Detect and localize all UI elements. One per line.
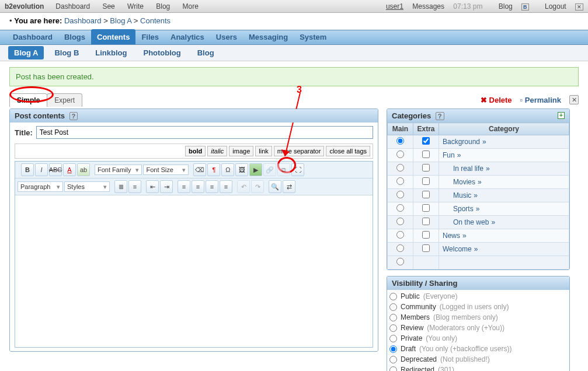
cat-main-3[interactable] [396, 177, 404, 185]
qt-bold[interactable]: bold [185, 146, 206, 156]
vis-radio-2[interactable] [389, 314, 397, 321]
top-blog[interactable]: Blog [156, 2, 170, 10]
crumb-dashboard[interactable]: Dashboard [64, 16, 102, 25]
cat-extra-0[interactable] [422, 137, 430, 145]
btn-bold[interactable]: B [21, 163, 34, 176]
cat-main-4[interactable] [396, 191, 404, 198]
subtab-bloga[interactable]: Blog A [8, 46, 44, 60]
cat-main-7[interactable] [396, 231, 404, 239]
viewtab-simple[interactable]: Simple [9, 93, 47, 107]
vis-radio-4[interactable] [389, 335, 397, 342]
logout-link[interactable]: Logout ✕ [538, 2, 583, 10]
cat-extra-7[interactable] [422, 231, 430, 239]
cat-extra-3[interactable] [422, 177, 430, 185]
blog-link[interactable]: Blog B [492, 2, 529, 10]
btn-removeformat[interactable]: ⌫ [193, 163, 206, 176]
btn-ul[interactable]: ≣ [114, 180, 127, 193]
viewtab-expert[interactable]: Expert [47, 93, 82, 107]
crumb-bloga[interactable]: Blog A [110, 16, 131, 25]
btn-indent[interactable]: ⇥ [160, 180, 173, 193]
qt-italic[interactable]: italic [207, 146, 227, 156]
cat-link-0[interactable]: Background [443, 138, 480, 146]
tab-files[interactable]: Files [135, 29, 165, 44]
top-write[interactable]: Write [127, 2, 144, 10]
vis-radio-5[interactable] [389, 345, 397, 353]
tab-analytics[interactable]: Analytics [165, 29, 210, 44]
btn-unlink[interactable]: ⧉ [277, 163, 290, 176]
qt-closeall[interactable]: close all tags [326, 146, 370, 156]
vis-radio-1[interactable] [389, 303, 397, 311]
cat-link-3[interactable]: Movies [453, 178, 475, 186]
tab-contents[interactable]: Contents [91, 29, 135, 44]
help-icon[interactable]: ? [436, 112, 444, 120]
cat-main-6[interactable] [396, 218, 404, 225]
btn-ol[interactable]: ≡ [128, 180, 141, 193]
btn-media[interactable]: ▶ [249, 163, 262, 176]
permalink-button[interactable]: ▫ Permalink [520, 96, 561, 104]
btn-outdent[interactable]: ⇤ [146, 180, 159, 193]
btn-charmap[interactable]: Ω [221, 163, 234, 176]
cat-link-1[interactable]: Fun [443, 151, 455, 159]
subtab-blog[interactable]: Blog [192, 46, 220, 60]
cat-main-new[interactable] [396, 258, 404, 265]
cat-link-8[interactable]: Welcome [443, 245, 472, 253]
editor-textarea[interactable] [15, 195, 373, 347]
qt-link[interactable]: link [255, 146, 272, 156]
qt-image[interactable]: image [229, 146, 253, 156]
cat-main-0[interactable] [396, 137, 404, 145]
btn-fullscreen[interactable]: ⛶ [291, 163, 304, 176]
btn-alignfull[interactable]: ≡ [220, 180, 232, 193]
cat-main-5[interactable] [396, 204, 404, 212]
tab-dashboard[interactable]: Dashboard [7, 29, 58, 44]
sel-fontsize[interactable]: Font Size [143, 164, 189, 175]
cat-link-5[interactable]: Sports [453, 205, 474, 213]
messages-link[interactable]: Messages [412, 2, 444, 10]
add-category-icon[interactable]: + [558, 112, 565, 119]
vis-radio-0[interactable] [389, 293, 397, 300]
btn-forecolor[interactable]: A [63, 163, 76, 176]
vis-radio-7[interactable] [389, 366, 397, 372]
tab-system[interactable]: System [294, 29, 332, 44]
btn-replace[interactable]: ⇄ [283, 180, 295, 193]
vis-radio-6[interactable] [389, 356, 397, 363]
btn-alignright[interactable]: ≡ [206, 180, 218, 193]
btn-strike[interactable]: ABC [49, 163, 62, 176]
sel-fontfamily[interactable]: Font Family [95, 164, 142, 175]
tab-messaging[interactable]: Messaging [243, 29, 294, 44]
crumb-contents[interactable]: Contents [140, 16, 171, 25]
cat-extra-6[interactable] [422, 218, 430, 225]
cat-extra-4[interactable] [422, 191, 430, 198]
btn-image[interactable]: 🖼 [235, 163, 248, 176]
btn-redo[interactable]: ↷ [251, 180, 264, 193]
help-icon[interactable]: ? [69, 112, 78, 120]
sel-format[interactable]: Paragraph [18, 181, 63, 192]
cat-main-2[interactable] [396, 164, 404, 172]
top-more[interactable]: More [183, 2, 199, 10]
cat-main-8[interactable] [396, 244, 404, 252]
btn-backcolor[interactable]: ab [77, 163, 90, 176]
btn-italic[interactable]: I [35, 163, 48, 176]
title-input[interactable] [36, 126, 373, 139]
btn-link[interactable]: 🔗 [263, 163, 276, 176]
btn-alignleft[interactable]: ≡ [178, 180, 190, 193]
subtab-blogb[interactable]: Blog B [48, 46, 85, 60]
top-dashboard[interactable]: Dashboard [55, 2, 90, 10]
cat-link-6[interactable]: On the web [453, 218, 489, 226]
cat-extra-1[interactable] [422, 150, 430, 158]
tab-users[interactable]: Users [210, 29, 243, 44]
delete-button[interactable]: ✖ Delete [481, 96, 512, 104]
subtab-photoblog[interactable]: Photoblog [137, 46, 186, 60]
top-see[interactable]: See [102, 2, 114, 10]
cat-extra-8[interactable] [422, 244, 430, 252]
btn-nobreak[interactable]: ¶ [207, 163, 220, 176]
btn-aligncenter[interactable]: ≡ [192, 180, 204, 193]
cat-link-2[interactable]: In real life [453, 164, 483, 173]
cat-main-1[interactable] [396, 150, 404, 158]
tab-blogs[interactable]: Blogs [58, 29, 91, 44]
btn-undo[interactable]: ↶ [237, 180, 250, 193]
subtab-linkblog[interactable]: Linkblog [89, 46, 133, 60]
cat-extra-5[interactable] [422, 204, 430, 212]
cat-link-7[interactable]: News [443, 232, 460, 240]
cat-link-4[interactable]: Music [453, 191, 471, 200]
close-panel-icon[interactable]: ✕ [569, 95, 579, 104]
